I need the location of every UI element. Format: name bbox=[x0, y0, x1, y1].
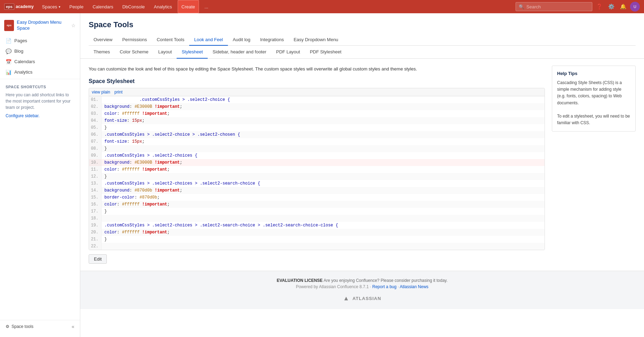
content-body: You can customize the look and feel of t… bbox=[80, 59, 644, 271]
sidebar-bottom: ⚙ Space tools « bbox=[0, 320, 80, 333]
nav-more[interactable]: ... bbox=[201, 0, 212, 13]
sidebar-item-blog[interactable]: 💬 Blog bbox=[0, 46, 80, 57]
favorite-star-icon[interactable]: ☆ bbox=[71, 23, 76, 28]
code-line-7: 07. font-size: 15px; bbox=[89, 138, 545, 145]
info-text: You can customize the look and feel of t… bbox=[89, 66, 545, 73]
logo-eps: eps bbox=[4, 3, 14, 10]
chevron-down-icon: ▾ bbox=[59, 5, 60, 9]
app-logo[interactable]: eps academy bbox=[4, 3, 34, 10]
sidebar-item-pages[interactable]: 📄 Pages bbox=[0, 36, 80, 46]
stylesheet-section-title: Space Stylesheet bbox=[89, 78, 545, 84]
code-line-1: 01. .customCssStyles > .select2-choice { bbox=[89, 96, 545, 103]
subtab-color-scheme[interactable]: Color Scheme bbox=[115, 46, 153, 59]
space-tools-link[interactable]: ⚙ Space tools bbox=[6, 324, 34, 329]
space-name[interactable]: Easy Dropdown Menu Space bbox=[17, 20, 68, 31]
subtab-layout[interactable]: Layout bbox=[153, 46, 177, 59]
footer-license: EVALUATION LICENSE Are you enjoying Conf… bbox=[87, 278, 637, 283]
secondary-tabs: Themes Color Scheme Layout Stylesheet Si… bbox=[80, 46, 644, 59]
search-input[interactable] bbox=[526, 4, 589, 9]
blog-icon: 💬 bbox=[6, 48, 12, 54]
code-line-8: 08. } bbox=[89, 145, 545, 152]
tab-integrations[interactable]: Integrations bbox=[255, 34, 289, 46]
code-line-20: 20. color: #ffffff !important; bbox=[89, 229, 545, 236]
space-logo: eps bbox=[4, 20, 14, 31]
code-line-21: 21. } bbox=[89, 236, 545, 243]
user-avatar[interactable]: U bbox=[630, 2, 640, 12]
notifications-button[interactable]: 🔔 bbox=[618, 2, 628, 12]
settings-button[interactable]: ⚙️ bbox=[606, 2, 616, 12]
view-plain-link[interactable]: view plain bbox=[92, 90, 110, 95]
nav-create[interactable]: Create bbox=[178, 0, 199, 13]
space-header: eps Easy Dropdown Menu Space ☆ bbox=[0, 17, 80, 36]
analytics-icon: 📊 bbox=[6, 69, 12, 75]
nav-analytics[interactable]: Analytics bbox=[150, 0, 176, 13]
code-editor: view plain print 01. .customCssStyles > … bbox=[89, 88, 545, 250]
atlassian-logo: ▲ ATLASSIAN bbox=[87, 295, 637, 302]
tab-look-and-feel[interactable]: Look and Feel bbox=[189, 34, 228, 46]
print-link[interactable]: print bbox=[114, 90, 123, 95]
footer-links: Powered by Atlassian Confluence 8.7.1 · … bbox=[87, 284, 637, 289]
tab-overview[interactable]: Overview bbox=[89, 34, 117, 46]
configure-sidebar-link[interactable]: Configure sidebar. bbox=[0, 113, 80, 121]
sidebar-item-analytics[interactable]: 📊 Analytics bbox=[0, 67, 80, 77]
page-title: Space Tools bbox=[89, 20, 636, 29]
collapse-sidebar-button[interactable]: « bbox=[72, 324, 74, 329]
tab-content-tools[interactable]: Content Tools bbox=[152, 34, 189, 46]
nav-right-section: 🔍 ❓ ⚙️ 🔔 U bbox=[516, 2, 640, 12]
nav-calendars[interactable]: Calendars bbox=[89, 0, 117, 13]
logo-academy: academy bbox=[16, 4, 34, 9]
edit-button[interactable]: Edit bbox=[89, 254, 107, 264]
help-tips-title: Help Tips bbox=[557, 71, 630, 76]
code-toolbar: view plain print bbox=[89, 88, 545, 96]
code-line-13: 13. .customCssStyles > .select2-choices … bbox=[89, 180, 545, 187]
help-tips-panel: Help Tips Cascading Style Sheets (CSS) i… bbox=[552, 66, 636, 132]
report-bug-link[interactable]: Report a bug bbox=[372, 284, 397, 289]
tab-permissions[interactable]: Permissions bbox=[117, 34, 152, 46]
code-line-11: 11. color: #ffffff !important; bbox=[89, 166, 545, 173]
gear-icon: ⚙ bbox=[6, 324, 9, 329]
code-line-19: 19. .customCssStyles > .select2-choices … bbox=[89, 222, 545, 229]
code-line-10: 10. background: #E3000B !important; bbox=[89, 159, 545, 166]
help-tips-text: Cascading Style Sheets (CSS) is a simple… bbox=[557, 80, 630, 126]
calendars-icon: 📅 bbox=[6, 59, 12, 65]
content-main: You can customize the look and feel of t… bbox=[89, 66, 545, 264]
code-line-6: 06. .customCssStyles > .select2-choice >… bbox=[89, 131, 545, 138]
code-line-18: 18. bbox=[89, 215, 545, 222]
sidebar: eps Easy Dropdown Menu Space ☆ 📄 Pages 💬… bbox=[0, 13, 80, 337]
code-line-2: 02. background: #E3000B !important; bbox=[89, 103, 545, 110]
nav-people[interactable]: People bbox=[66, 0, 87, 13]
help-button[interactable]: ❓ bbox=[594, 2, 604, 12]
footer: EVALUATION LICENSE Are you enjoying Conf… bbox=[80, 271, 644, 309]
code-content[interactable]: 01. .customCssStyles > .select2-choice {… bbox=[89, 96, 545, 250]
code-line-12: 12. } bbox=[89, 173, 545, 180]
code-line-16: 16. color: #ffffff !important; bbox=[89, 201, 545, 208]
subtab-themes[interactable]: Themes bbox=[89, 46, 115, 59]
page-wrapper: eps Easy Dropdown Menu Space ☆ 📄 Pages 💬… bbox=[0, 13, 644, 337]
subtab-stylesheet[interactable]: Stylesheet bbox=[177, 46, 208, 59]
nav-dbconsole[interactable]: DbConsole bbox=[119, 0, 148, 13]
code-line-17: 17. } bbox=[89, 208, 545, 215]
code-line-9: 09. .customCssStyles > .select2-choices … bbox=[89, 152, 545, 159]
tab-audit-log[interactable]: Audit log bbox=[228, 34, 256, 46]
atlassian-logo-icon: ▲ bbox=[343, 295, 350, 302]
primary-tabs: Overview Permissions Content Tools Look … bbox=[89, 34, 636, 46]
top-navigation: eps academy Spaces ▾ People Calendars Db… bbox=[0, 0, 644, 13]
subtab-pdf-stylesheet[interactable]: PDF Stylesheet bbox=[305, 46, 346, 59]
code-line-3: 03. color: #ffffff !important; bbox=[89, 110, 545, 117]
code-line-4: 04. font-size: 15px; bbox=[89, 117, 545, 124]
pages-icon: 📄 bbox=[6, 38, 12, 44]
code-line-15: 15. border-color: #870d0b; bbox=[89, 194, 545, 201]
shortcuts-section-title: SPACE SHORTCUTS bbox=[0, 81, 80, 90]
tab-easy-dropdown[interactable]: Easy Dropdown Menu bbox=[289, 34, 343, 46]
code-line-22: 22. bbox=[89, 243, 545, 250]
shortcut-description: Here you can add shortcut links to the m… bbox=[0, 90, 80, 113]
subtab-pdf-layout[interactable]: PDF Layout bbox=[271, 46, 305, 59]
search-icon: 🔍 bbox=[519, 4, 524, 9]
subtab-sidebar-header-footer[interactable]: Sidebar, header and footer bbox=[208, 46, 271, 59]
content-header: Space Tools Overview Permissions Content… bbox=[80, 13, 644, 46]
nav-spaces[interactable]: Spaces ▾ bbox=[38, 0, 64, 13]
code-line-5: 05. } bbox=[89, 124, 545, 131]
atlassian-news-link[interactable]: Atlassian News bbox=[400, 284, 428, 289]
sidebar-item-calendars[interactable]: 📅 Calendars bbox=[0, 57, 80, 67]
search-box[interactable]: 🔍 bbox=[516, 2, 592, 11]
